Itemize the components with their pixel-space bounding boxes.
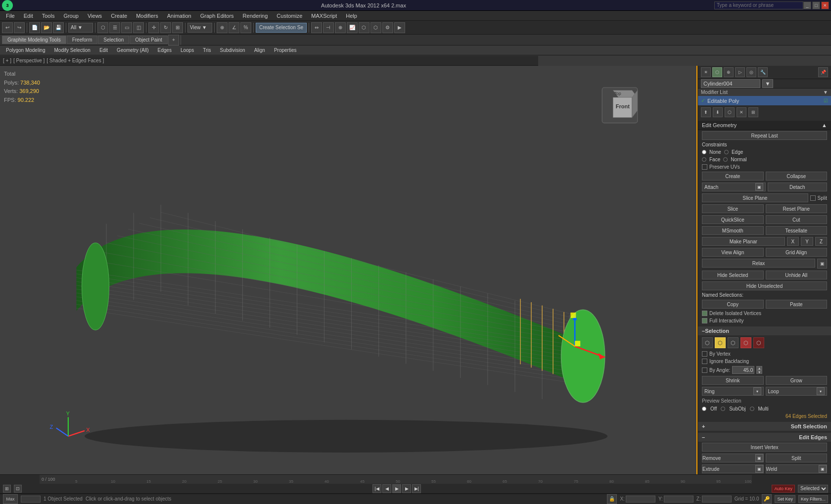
- edit-edges-header[interactable]: – Edit Edges: [698, 433, 831, 442]
- angle-down-btn[interactable]: ▼: [756, 370, 762, 374]
- undo-button[interactable]: ↩: [2, 22, 13, 33]
- attach-settings-icon[interactable]: ▣: [755, 183, 763, 191]
- unhide-all-button[interactable]: Unhide All: [766, 271, 828, 279]
- grow-button[interactable]: Grow: [766, 376, 828, 385]
- weld-settings-icon[interactable]: ▣: [819, 465, 827, 473]
- stack-show-icon[interactable]: ⬡: [725, 107, 735, 117]
- mirror-button[interactable]: ⇔: [311, 22, 322, 33]
- align-button[interactable]: ⊣: [323, 22, 334, 33]
- status-icon-1[interactable]: ⊞: [3, 485, 11, 493]
- percent-snap-button[interactable]: %: [240, 22, 251, 33]
- off-radio[interactable]: [702, 407, 706, 411]
- vertex-mode-icon[interactable]: ⬡: [702, 337, 713, 348]
- y-input[interactable]: [664, 496, 693, 503]
- menu-customize[interactable]: Customize: [273, 12, 306, 19]
- hide-selected-button[interactable]: Hide Selected: [702, 271, 764, 279]
- ignore-backfacing-checkbox[interactable]: [702, 359, 707, 364]
- play-button[interactable]: ▶: [392, 484, 401, 493]
- light-icon[interactable]: ☀: [701, 67, 711, 77]
- viewport[interactable]: Total Polys: 738,340 Verts: 369,290 FPS:…: [0, 66, 697, 474]
- loop-button[interactable]: Loop▾: [766, 387, 828, 396]
- move-button[interactable]: ✛: [148, 22, 159, 33]
- maximize-button[interactable]: □: [812, 1, 820, 9]
- pb-properties[interactable]: Properties: [270, 47, 301, 53]
- pb-edges[interactable]: Edges: [154, 47, 176, 53]
- menu-animation[interactable]: Animation: [163, 12, 195, 19]
- stack-down-icon[interactable]: ⬇: [713, 107, 723, 117]
- copy-button[interactable]: Copy: [702, 300, 764, 309]
- freeform-tab[interactable]: Freeform: [67, 36, 98, 44]
- menu-rendering[interactable]: Rendering: [239, 12, 272, 19]
- modifier-list-arrow[interactable]: ▼: [823, 90, 828, 95]
- modifier-dropdown[interactable]: ▼: [762, 79, 773, 88]
- vp-perspective[interactable]: [ Perspective ]: [13, 58, 45, 63]
- go-end-button[interactable]: ▶|: [412, 484, 421, 493]
- z-axis-button[interactable]: Z: [815, 237, 827, 246]
- make-planar-button[interactable]: Make Planar: [702, 237, 785, 246]
- tessellate-button[interactable]: Tessellate: [766, 226, 828, 235]
- key-icon[interactable]: 🔑: [762, 494, 772, 504]
- rotate-button[interactable]: ↻: [160, 22, 171, 33]
- minimize-button[interactable]: _: [803, 1, 811, 9]
- preserve-uvs-checkbox[interactable]: [702, 164, 707, 170]
- menu-group[interactable]: Group: [59, 12, 83, 19]
- split-edge-button[interactable]: Split: [766, 454, 828, 462]
- constraint-none-radio[interactable]: [702, 150, 706, 154]
- pb-geometry-all[interactable]: Geometry (All): [113, 47, 152, 53]
- new-scene-button[interactable]: 📄: [29, 22, 40, 33]
- menu-views[interactable]: Views: [84, 12, 106, 19]
- pin-icon[interactable]: 📌: [818, 67, 828, 77]
- menu-file[interactable]: File: [2, 12, 19, 19]
- display-icon[interactable]: ◎: [746, 67, 756, 77]
- full-interactivity-checkbox[interactable]: [702, 318, 707, 323]
- go-start-button[interactable]: |◀: [372, 484, 381, 493]
- maxscript-mini-icon[interactable]: Max: [3, 494, 18, 504]
- stack-up-icon[interactable]: ⬆: [701, 107, 711, 117]
- material-editor-button[interactable]: ⬡: [370, 22, 381, 33]
- pb-modify-selection[interactable]: Modify Selection: [50, 47, 94, 53]
- angle-up-btn[interactable]: ▲: [756, 366, 762, 370]
- loop-settings-icon[interactable]: ▾: [817, 387, 825, 395]
- timeline-marks[interactable]: 5 10 15 20 25 30 35 40 45 50 55 60 65 70…: [40, 475, 752, 484]
- rect-select-button[interactable]: ▭: [121, 22, 132, 33]
- paste-button[interactable]: Paste: [766, 300, 828, 309]
- y-axis-button[interactable]: Y: [801, 237, 813, 246]
- modifier-item-editablepoly[interactable]: ✓ Editable Poly ☑: [698, 96, 831, 106]
- set-key-button[interactable]: Set Key: [775, 495, 795, 503]
- element-mode-icon[interactable]: ⬡: [753, 337, 764, 348]
- menu-help[interactable]: Help: [342, 12, 361, 19]
- object-paint-tab[interactable]: Object Paint: [130, 36, 167, 44]
- select-name-button[interactable]: ☰: [109, 22, 120, 33]
- view-dropdown[interactable]: View ▼: [187, 23, 212, 33]
- pb-tris[interactable]: Tris: [199, 47, 215, 53]
- ring-button[interactable]: Ring▾: [702, 387, 764, 396]
- shrink-button[interactable]: Shrink: [702, 376, 764, 385]
- by-angle-checkbox[interactable]: [702, 367, 707, 373]
- reset-plane-button[interactable]: Reset Plane: [766, 204, 828, 213]
- cut-button[interactable]: Cut: [766, 215, 828, 224]
- redo-button[interactable]: ↪: [14, 22, 25, 33]
- collapse-button[interactable]: Collapse: [766, 172, 828, 181]
- extrude-button[interactable]: Extrude ▣: [702, 464, 764, 473]
- schematic-button[interactable]: ⬡: [359, 22, 369, 33]
- stack-delete-icon[interactable]: ✕: [737, 107, 746, 117]
- render-button[interactable]: ▶: [394, 22, 405, 33]
- ring-settings-icon[interactable]: ▾: [753, 387, 761, 395]
- lock-icon[interactable]: 🔒: [607, 494, 617, 504]
- multi-radio[interactable]: [750, 407, 754, 411]
- quickslice-button[interactable]: QuickSlice: [702, 215, 764, 224]
- menu-graph-editors[interactable]: Graph Editors: [196, 12, 238, 19]
- menu-create[interactable]: Create: [107, 12, 131, 19]
- edge-mode-icon[interactable]: ⬡: [715, 337, 726, 348]
- selection-header[interactable]: – Selection: [698, 326, 831, 335]
- window-crossing-button[interactable]: ◫: [133, 22, 144, 33]
- constraint-normal-radio[interactable]: [723, 157, 728, 162]
- attach-button[interactable]: Attach▣: [702, 183, 766, 191]
- menu-tools[interactable]: Tools: [38, 12, 59, 19]
- grid-align-button[interactable]: Grid Align: [766, 248, 828, 257]
- by-angle-spinner[interactable]: ▲ ▼: [756, 366, 762, 374]
- vp-plus[interactable]: [ + ]: [3, 58, 11, 63]
- time-input[interactable]: [21, 496, 41, 503]
- pb-subdivision[interactable]: Subdivision: [216, 47, 249, 53]
- timeline[interactable]: 0 / 100 5 10 15 20 25 30 35 40 45 50 55 …: [40, 475, 752, 484]
